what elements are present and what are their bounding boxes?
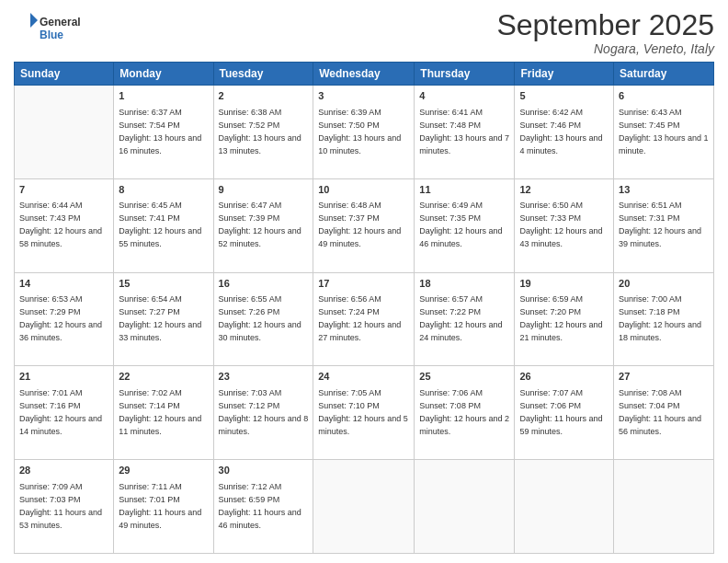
calendar-header-row: Sunday Monday Tuesday Wednesday Thursday… bbox=[15, 63, 714, 86]
sunrise-text: Sunrise: 6:53 AM bbox=[19, 294, 83, 304]
calendar-cell: 29 Sunrise: 7:11 AM Sunset: 7:01 PM Dayl… bbox=[114, 460, 213, 554]
svg-text:Blue: Blue bbox=[40, 29, 63, 41]
daylight-text: Daylight: 13 hours and 7 minutes. bbox=[419, 133, 509, 155]
calendar-cell: 15 Sunrise: 6:54 AM Sunset: 7:27 PM Dayl… bbox=[114, 272, 213, 366]
sunset-text: Sunset: 7:50 PM bbox=[318, 121, 380, 130]
sunrise-text: Sunrise: 6:50 AM bbox=[519, 201, 583, 210]
calendar-cell bbox=[15, 86, 114, 179]
calendar-cell: 8 Sunrise: 6:45 AM Sunset: 7:41 PM Dayli… bbox=[114, 178, 213, 272]
calendar-cell: 23 Sunrise: 7:03 AM Sunset: 7:12 PM Dayl… bbox=[213, 366, 313, 460]
sunrise-text: Sunrise: 6:54 AM bbox=[119, 294, 182, 304]
sunrise-text: Sunrise: 7:07 AM bbox=[519, 388, 583, 397]
day-number: 30 bbox=[219, 464, 309, 477]
sunrise-text: Sunrise: 6:55 AM bbox=[219, 294, 282, 304]
day-number: 18 bbox=[419, 277, 509, 291]
calendar-cell: 21 Sunrise: 7:01 AM Sunset: 7:16 PM Dayl… bbox=[15, 366, 114, 460]
daylight-text: Daylight: 12 hours and 24 minutes. bbox=[419, 320, 502, 342]
sunset-text: Sunset: 7:35 PM bbox=[419, 213, 481, 223]
daylight-text: Daylight: 13 hours and 10 minutes. bbox=[318, 133, 401, 155]
sunrise-text: Sunrise: 6:39 AM bbox=[318, 108, 381, 117]
col-saturday: Saturday bbox=[614, 63, 714, 86]
sunset-text: Sunset: 7:22 PM bbox=[419, 307, 481, 316]
sunrise-text: Sunrise: 6:57 AM bbox=[419, 294, 483, 304]
calendar-cell: 1 Sunrise: 6:37 AM Sunset: 7:54 PM Dayli… bbox=[114, 86, 213, 179]
col-monday: Monday bbox=[114, 63, 213, 86]
daylight-text: Daylight: 12 hours and 14 minutes. bbox=[19, 414, 102, 436]
calendar-cell: 4 Sunrise: 6:41 AM Sunset: 7:48 PM Dayli… bbox=[415, 86, 515, 179]
sunrise-text: Sunrise: 7:03 AM bbox=[219, 388, 282, 397]
calendar-cell bbox=[313, 460, 415, 554]
calendar-week-row: 1 Sunrise: 6:37 AM Sunset: 7:54 PM Dayli… bbox=[15, 86, 714, 179]
sunset-text: Sunset: 7:43 PM bbox=[19, 213, 81, 223]
sunrise-text: Sunrise: 6:49 AM bbox=[419, 201, 483, 210]
day-number: 21 bbox=[19, 370, 108, 384]
col-thursday: Thursday bbox=[415, 63, 515, 86]
calendar-cell: 27 Sunrise: 7:08 AM Sunset: 7:04 PM Dayl… bbox=[614, 366, 714, 460]
sunrise-text: Sunrise: 7:01 AM bbox=[19, 388, 83, 397]
svg-rect-3 bbox=[14, 13, 30, 28]
sunrise-text: Sunrise: 6:41 AM bbox=[419, 108, 483, 117]
day-number: 28 bbox=[19, 464, 108, 477]
daylight-text: Daylight: 13 hours and 1 minute. bbox=[619, 133, 709, 155]
sunrise-text: Sunrise: 7:06 AM bbox=[419, 388, 483, 397]
day-number: 12 bbox=[519, 183, 609, 197]
sunset-text: Sunset: 7:45 PM bbox=[619, 121, 680, 130]
day-number: 13 bbox=[619, 183, 709, 197]
day-number: 29 bbox=[119, 464, 208, 477]
daylight-text: Daylight: 13 hours and 16 minutes. bbox=[119, 133, 201, 155]
calendar-cell: 20 Sunrise: 7:00 AM Sunset: 7:18 PM Dayl… bbox=[614, 272, 714, 366]
sunset-text: Sunset: 7:08 PM bbox=[419, 401, 481, 410]
day-number: 24 bbox=[318, 370, 409, 384]
sunrise-text: Sunrise: 7:05 AM bbox=[318, 388, 381, 397]
sunset-text: Sunset: 7:10 PM bbox=[318, 401, 380, 410]
daylight-text: Daylight: 11 hours and 49 minutes. bbox=[119, 508, 201, 530]
sunset-text: Sunset: 7:04 PM bbox=[619, 401, 680, 410]
day-number: 26 bbox=[519, 370, 609, 384]
sunrise-text: Sunrise: 6:38 AM bbox=[219, 108, 282, 117]
col-tuesday: Tuesday bbox=[213, 63, 313, 86]
daylight-text: Daylight: 12 hours and 36 minutes. bbox=[19, 320, 102, 342]
day-number: 10 bbox=[318, 183, 409, 197]
sunset-text: Sunset: 7:41 PM bbox=[119, 213, 180, 223]
daylight-text: Daylight: 11 hours and 56 minutes. bbox=[619, 414, 701, 436]
daylight-text: Daylight: 12 hours and 8 minutes. bbox=[219, 414, 309, 436]
svg-marker-2 bbox=[30, 13, 38, 28]
sunset-text: Sunset: 7:29 PM bbox=[19, 307, 81, 316]
sunset-text: Sunset: 7:12 PM bbox=[219, 401, 280, 410]
col-friday: Friday bbox=[515, 63, 614, 86]
day-number: 20 bbox=[619, 277, 709, 291]
day-number: 3 bbox=[318, 89, 409, 103]
day-number: 25 bbox=[419, 370, 509, 384]
day-number: 17 bbox=[318, 277, 409, 291]
page-header: General Blue September 2025 Nogara, Vene… bbox=[14, 9, 714, 56]
calendar-week-row: 7 Sunrise: 6:44 AM Sunset: 7:43 PM Dayli… bbox=[15, 178, 714, 272]
sunset-text: Sunset: 7:14 PM bbox=[119, 401, 180, 410]
sunrise-text: Sunrise: 6:47 AM bbox=[219, 201, 282, 210]
calendar-cell: 26 Sunrise: 7:07 AM Sunset: 7:06 PM Dayl… bbox=[515, 366, 614, 460]
day-number: 27 bbox=[619, 370, 709, 384]
sunrise-text: Sunrise: 6:45 AM bbox=[119, 201, 182, 210]
day-number: 7 bbox=[19, 183, 108, 197]
daylight-text: Daylight: 13 hours and 4 minutes. bbox=[519, 133, 602, 155]
calendar-cell: 5 Sunrise: 6:42 AM Sunset: 7:46 PM Dayli… bbox=[515, 86, 614, 179]
daylight-text: Daylight: 12 hours and 27 minutes. bbox=[318, 320, 401, 342]
sunset-text: Sunset: 7:39 PM bbox=[219, 213, 280, 223]
sunset-text: Sunset: 7:03 PM bbox=[19, 495, 81, 504]
svg-text:General: General bbox=[40, 16, 81, 29]
logo: General Blue bbox=[14, 9, 87, 46]
calendar-cell: 10 Sunrise: 6:48 AM Sunset: 7:37 PM Dayl… bbox=[313, 178, 415, 272]
daylight-text: Daylight: 11 hours and 59 minutes. bbox=[519, 414, 602, 436]
calendar-cell: 7 Sunrise: 6:44 AM Sunset: 7:43 PM Dayli… bbox=[15, 178, 114, 272]
sunset-text: Sunset: 7:33 PM bbox=[519, 213, 581, 223]
daylight-text: Daylight: 12 hours and 2 minutes. bbox=[419, 414, 509, 436]
daylight-text: Daylight: 13 hours and 13 minutes. bbox=[219, 133, 301, 155]
sunrise-text: Sunrise: 7:09 AM bbox=[19, 482, 83, 491]
sunset-text: Sunset: 7:18 PM bbox=[619, 307, 680, 316]
calendar-cell: 19 Sunrise: 6:59 AM Sunset: 7:20 PM Dayl… bbox=[515, 272, 614, 366]
daylight-text: Daylight: 12 hours and 5 minutes. bbox=[318, 414, 408, 436]
calendar-cell: 11 Sunrise: 6:49 AM Sunset: 7:35 PM Dayl… bbox=[415, 178, 515, 272]
calendar-cell: 13 Sunrise: 6:51 AM Sunset: 7:31 PM Dayl… bbox=[614, 178, 714, 272]
calendar-cell bbox=[415, 460, 515, 554]
daylight-text: Daylight: 11 hours and 53 minutes. bbox=[19, 508, 102, 530]
sunrise-text: Sunrise: 7:08 AM bbox=[619, 388, 682, 397]
